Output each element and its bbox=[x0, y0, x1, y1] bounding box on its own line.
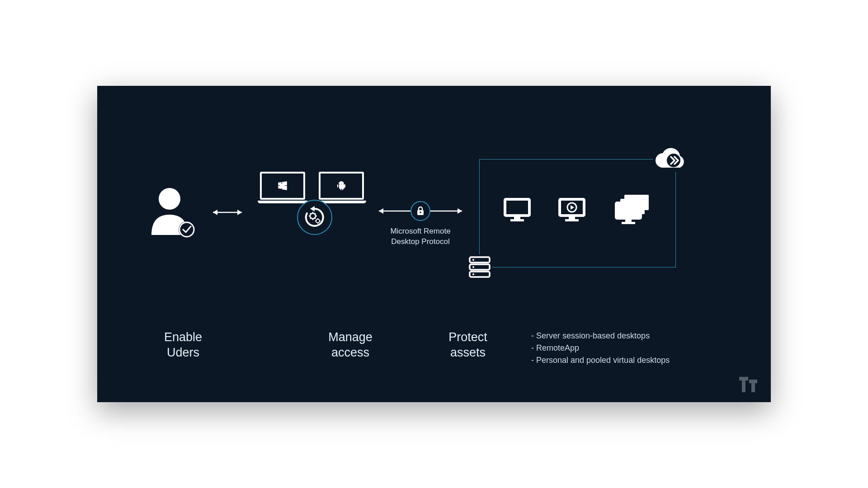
cloud-remote-icon bbox=[653, 146, 689, 172]
sync-gears-icon bbox=[297, 200, 332, 235]
svg-point-0 bbox=[159, 188, 180, 210]
captions-row: EnableUders Manageaccess Protectassets -… bbox=[97, 330, 771, 366]
svg-line-9 bbox=[310, 213, 311, 214]
svg-rect-22 bbox=[505, 199, 529, 216]
lock-icon bbox=[410, 201, 430, 221]
svg-rect-35 bbox=[625, 219, 632, 222]
svg-point-13 bbox=[316, 219, 320, 223]
svg-rect-23 bbox=[514, 216, 520, 219]
svg-point-42 bbox=[472, 273, 474, 275]
svg-point-41 bbox=[472, 266, 474, 268]
svg-point-21 bbox=[420, 211, 421, 213]
laptop-apple-2 bbox=[316, 172, 366, 203]
svg-line-10 bbox=[315, 218, 316, 219]
caption-enable: EnableUders bbox=[133, 330, 233, 366]
devices-grid bbox=[255, 172, 368, 262]
diagram-canvas: Microsoft RemoteDesktop Protocol bbox=[97, 86, 771, 402]
bullet-list: - Server session-based desktops - Remote… bbox=[531, 330, 670, 366]
protect-block: Microsoft RemoteDesktop Protocol bbox=[373, 201, 468, 247]
svg-rect-24 bbox=[510, 219, 524, 221]
svg-point-40 bbox=[472, 259, 474, 261]
caption-manage: Manageaccess bbox=[301, 330, 400, 366]
svg-rect-36 bbox=[622, 222, 635, 224]
monitor-play-icon bbox=[558, 197, 586, 222]
caption-protect: Protectassets bbox=[423, 330, 513, 366]
laptop-apple-1 bbox=[258, 172, 307, 203]
user-check-icon bbox=[147, 185, 197, 239]
server-icon bbox=[467, 254, 492, 280]
bullet-item: - RemoteApp bbox=[531, 342, 670, 354]
apple-icon bbox=[336, 180, 346, 191]
svg-rect-45 bbox=[742, 377, 745, 392]
bullet-item: - Personal and pooled virtual desktops bbox=[531, 354, 670, 366]
svg-rect-27 bbox=[569, 216, 575, 219]
svg-rect-47 bbox=[751, 380, 755, 392]
diagram-stage: Microsoft RemoteDesktop Protocol bbox=[97, 163, 771, 289]
svg-rect-28 bbox=[565, 219, 579, 221]
cloud-resource-box bbox=[479, 159, 676, 267]
user-block bbox=[147, 185, 197, 241]
arrow-bidirectional-icon bbox=[209, 208, 245, 217]
svg-line-12 bbox=[315, 213, 316, 214]
apple-icon bbox=[278, 180, 288, 191]
monitor-stack-icon bbox=[613, 194, 652, 225]
svg-line-11 bbox=[310, 218, 311, 219]
monitor-icon bbox=[503, 197, 531, 222]
bullet-item: - Server session-based desktops bbox=[531, 330, 670, 342]
brand-logo-icon bbox=[739, 377, 758, 392]
protocol-label: Microsoft RemoteDesktop Protocol bbox=[373, 226, 468, 247]
svg-point-1 bbox=[179, 221, 195, 238]
svg-rect-34 bbox=[618, 204, 639, 217]
